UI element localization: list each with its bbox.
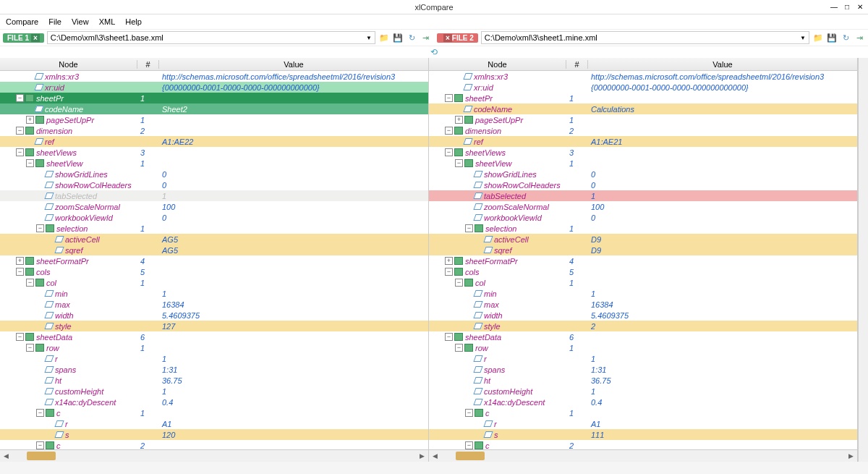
- tree-toggle-icon[interactable]: −: [36, 224, 44, 232]
- tree-toggle-icon[interactable]: −: [16, 148, 24, 156]
- tree-row[interactable]: +sheetFormatPr4: [0, 255, 428, 266]
- tree-row[interactable]: −c1: [0, 407, 428, 418]
- tree-row[interactable]: −c2: [0, 440, 428, 449]
- tree-row[interactable]: xmlns:xr3http://schemas.microsoft.com/of…: [429, 71, 857, 82]
- tree-row[interactable]: −selection1: [429, 223, 857, 234]
- dropdown-icon[interactable]: ▼: [366, 35, 372, 41]
- scroll-thumb[interactable]: [456, 452, 485, 460]
- tree-row[interactable]: s120: [0, 429, 428, 440]
- tree-toggle-icon[interactable]: −: [455, 159, 463, 167]
- tree-row[interactable]: workbookViewId0: [0, 212, 428, 223]
- tree-row[interactable]: customHeight1: [429, 386, 857, 397]
- tree-row[interactable]: showRowColHeaders0: [0, 179, 428, 190]
- tree-row[interactable]: max16384: [0, 299, 428, 310]
- tree-toggle-icon[interactable]: −: [455, 344, 463, 352]
- menu-file[interactable]: File: [48, 17, 61, 26]
- tree-row[interactable]: −dimension2: [429, 125, 857, 136]
- minimize-icon[interactable]: —: [829, 2, 839, 12]
- scroll-right-icon[interactable]: ▶: [845, 452, 857, 460]
- tree-row[interactable]: rA1: [429, 418, 857, 429]
- tree-row[interactable]: xmlns:xr3http://schemas.microsoft.com/of…: [0, 71, 428, 82]
- tree-row[interactable]: −sheetPr1: [429, 93, 857, 103]
- open-folder-icon[interactable]: 📁: [812, 32, 824, 43]
- col-node[interactable]: Node: [429, 60, 566, 69]
- tree-row[interactable]: spans1:31: [0, 364, 428, 375]
- tree-row[interactable]: min1: [0, 288, 428, 299]
- tree-toggle-icon[interactable]: −: [445, 127, 453, 135]
- tree-row[interactable]: −sheetView1: [429, 158, 857, 169]
- tree-row[interactable]: −sheetPr1: [0, 93, 428, 103]
- tree-toggle-icon[interactable]: −: [465, 441, 473, 449]
- refresh-icon[interactable]: ↻: [840, 32, 851, 43]
- tree-row[interactable]: x14ac:dyDescent0.4: [0, 397, 428, 407]
- tree-toggle-icon[interactable]: −: [445, 94, 453, 102]
- tree-toggle-icon[interactable]: −: [26, 344, 34, 352]
- tree-row[interactable]: activeCellD9: [429, 234, 857, 245]
- tree-row[interactable]: −col1: [0, 277, 428, 288]
- tree-row[interactable]: −cols5: [0, 266, 428, 277]
- tree-row[interactable]: −sheetViews3: [429, 147, 857, 158]
- tree-row[interactable]: −sheetData6: [0, 331, 428, 342]
- dropdown-icon[interactable]: ▼: [800, 35, 806, 41]
- tree-row[interactable]: max16384: [429, 299, 857, 310]
- tree-toggle-icon[interactable]: −: [465, 224, 473, 232]
- tree-row[interactable]: tabSelected1: [0, 190, 428, 201]
- tree-row[interactable]: showGridLines0: [429, 169, 857, 179]
- left-tree[interactable]: xmlns:xr3http://schemas.microsoft.com/of…: [0, 71, 428, 449]
- tree-row[interactable]: xr:uid{00000000-0001-0000-0000-000000000…: [0, 82, 428, 93]
- save-icon[interactable]: 💾: [826, 32, 838, 43]
- tree-toggle-icon[interactable]: −: [36, 409, 44, 417]
- tree-row[interactable]: −sheetData6: [429, 331, 857, 342]
- col-value[interactable]: Value: [159, 60, 428, 69]
- tree-row[interactable]: sqrefAG5: [0, 245, 428, 255]
- tree-row[interactable]: zoomScaleNormal100: [0, 201, 428, 212]
- tree-row[interactable]: −cols5: [429, 266, 857, 277]
- tree-row[interactable]: workbookViewId0: [429, 212, 857, 223]
- tree-row[interactable]: style127: [0, 321, 428, 331]
- col-node[interactable]: Node: [0, 60, 137, 69]
- tree-row[interactable]: spans1:31: [429, 364, 857, 375]
- menu-xml[interactable]: XML: [99, 17, 116, 26]
- tree-row[interactable]: tabSelected1: [429, 190, 857, 201]
- menu-compare[interactable]: Compare: [6, 17, 38, 26]
- tree-toggle-icon[interactable]: −: [16, 94, 24, 102]
- tree-row[interactable]: s111: [429, 429, 857, 440]
- tree-row[interactable]: −row1: [429, 342, 857, 353]
- file1-path-input[interactable]: C:\Demo\xml\3\sheet1.base.xml▼: [47, 31, 375, 44]
- file1-close-icon[interactable]: ×: [31, 34, 40, 42]
- scroll-right-icon[interactable]: ▶: [416, 452, 428, 460]
- open-folder-icon[interactable]: 📁: [378, 32, 390, 43]
- export-icon[interactable]: ⇥: [854, 32, 865, 43]
- tree-toggle-icon[interactable]: −: [16, 127, 24, 135]
- tree-row[interactable]: customHeight1: [0, 386, 428, 397]
- tree-row[interactable]: +pageSetUpPr1: [429, 114, 857, 125]
- tree-toggle-icon[interactable]: −: [26, 279, 34, 287]
- v-scrollbar[interactable]: [858, 58, 868, 462]
- tree-toggle-icon[interactable]: +: [26, 116, 34, 124]
- h-scrollbar[interactable]: ◀ ▶: [429, 449, 857, 462]
- tree-row[interactable]: xr:uid{00000000-0001-0000-0000-000000000…: [429, 82, 857, 93]
- tree-row[interactable]: width5.4609375: [429, 310, 857, 321]
- right-tree[interactable]: xmlns:xr3http://schemas.microsoft.com/of…: [429, 71, 857, 449]
- tree-toggle-icon[interactable]: −: [445, 148, 453, 156]
- tree-toggle-icon[interactable]: +: [16, 257, 24, 265]
- col-value[interactable]: Value: [588, 60, 857, 69]
- refresh-icon[interactable]: ↻: [406, 32, 417, 43]
- tree-row[interactable]: −col1: [429, 277, 857, 288]
- tree-row[interactable]: −c2: [429, 440, 857, 449]
- tree-row[interactable]: ht36.75: [429, 375, 857, 386]
- tree-toggle-icon[interactable]: +: [455, 116, 463, 124]
- file2-close-icon[interactable]: ×: [443, 34, 452, 42]
- tree-row[interactable]: activeCellAG5: [0, 234, 428, 245]
- export-icon[interactable]: ⇥: [420, 32, 431, 43]
- tree-row[interactable]: −sheetView1: [0, 158, 428, 169]
- col-hash[interactable]: #: [566, 60, 588, 69]
- tree-row[interactable]: ht36.75: [0, 375, 428, 386]
- menu-view[interactable]: View: [72, 17, 89, 26]
- tree-row[interactable]: r1: [0, 353, 428, 364]
- tree-row[interactable]: min1: [429, 288, 857, 299]
- scroll-left-icon[interactable]: ◀: [429, 452, 441, 460]
- tree-row[interactable]: sqrefD9: [429, 245, 857, 255]
- tree-row[interactable]: codeNameCalculations: [429, 103, 857, 114]
- tree-row[interactable]: refA1:AE22: [0, 136, 428, 147]
